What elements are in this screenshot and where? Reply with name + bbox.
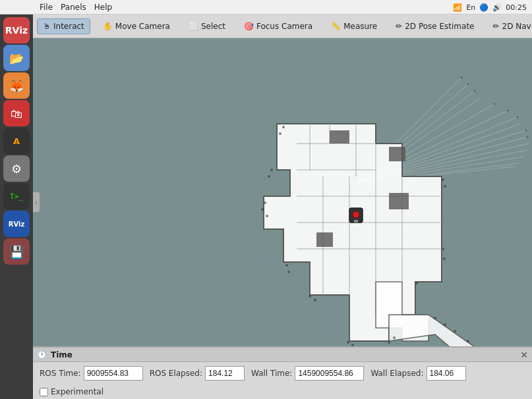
svg-rect-38 (389, 193, 409, 209)
menu-help[interactable]: Help (94, 3, 112, 12)
svg-point-65 (467, 340, 469, 342)
focus-camera-label: Focus Camera (256, 22, 312, 31)
sidebar-app-terminal[interactable]: T>_ (3, 183, 30, 209)
svg-point-58 (444, 185, 446, 188)
svg-point-21 (525, 130, 527, 132)
ros-elapsed-group: ROS Elapsed: (150, 366, 245, 381)
sidebar-app-store[interactable]: 🛍 (3, 100, 30, 126)
svg-point-56 (393, 336, 396, 339)
lang-indicator: En (466, 3, 475, 12)
wall-time-input[interactable] (295, 366, 364, 381)
svg-point-64 (454, 330, 456, 332)
experimental-group: Experimental (40, 387, 103, 396)
svg-marker-23 (264, 124, 442, 341)
svg-point-44 (270, 169, 273, 171)
volume-icon: 🔊 (492, 3, 502, 12)
svg-point-15 (461, 77, 463, 79)
svg-point-46 (264, 201, 266, 204)
interact-label: Interact (53, 22, 84, 31)
svg-point-59 (442, 248, 444, 250)
svg-point-60 (443, 257, 446, 260)
sidebar: RViz 📂 🦊 🛍 A ⚙ T>_ RViz 💾 (0, 14, 33, 399)
svg-rect-73 (354, 220, 358, 223)
toolbar: 🖱 Interact ✋ Move Camera ⬜ Select 🎯 Focu… (33, 14, 532, 38)
measure-label: Measure (343, 22, 377, 31)
svg-point-20 (517, 117, 519, 119)
menu-file[interactable]: File (40, 3, 53, 12)
svg-point-49 (285, 264, 288, 267)
ros-time-label: ROS Time: (40, 369, 81, 378)
svg-point-61 (415, 282, 418, 284)
nav-goal-label: 2D Nav Goal (502, 22, 532, 31)
svg-point-72 (353, 211, 359, 218)
sidebar-app-rviz-logo[interactable]: RViz (3, 17, 30, 43)
measure-icon: 📏 (331, 22, 341, 31)
nav-goal-icon: ✏ (493, 22, 500, 31)
sidebar-app-amazon[interactable]: A (3, 128, 30, 154)
svg-point-48 (266, 215, 268, 217)
ros-time-group: ROS Time: (40, 366, 143, 381)
select-label: Select (201, 22, 225, 31)
focus-camera-icon: 🎯 (244, 22, 254, 31)
focus-camera-button[interactable]: 🎯 Focus Camera (238, 18, 318, 34)
pose-estimate-button[interactable]: ✏ 2D Pose Estimate (390, 18, 480, 34)
wall-time-group: Wall Time: (251, 366, 364, 381)
svg-point-22 (527, 136, 529, 138)
clock: 00:25 (506, 3, 527, 12)
experimental-label: Experimental (51, 387, 103, 396)
svg-point-18 (494, 103, 496, 105)
svg-rect-36 (330, 130, 349, 144)
svg-point-19 (507, 110, 509, 112)
pose-estimate-label: 2D Pose Estimate (405, 22, 474, 31)
svg-point-50 (287, 271, 290, 273)
svg-point-42 (282, 126, 285, 128)
map-svg (33, 38, 532, 346)
sidebar-app-rviz[interactable]: RViz (3, 211, 30, 237)
interact-icon: 🖱 (43, 22, 51, 31)
pose-estimate-icon: ✏ (396, 22, 402, 31)
wall-time-label: Wall Time: (251, 369, 292, 378)
svg-point-62 (434, 317, 436, 319)
svg-point-53 (347, 341, 349, 344)
time-panel: 🕐 Time ✕ ROS Time: ROS Elapsed: Wall Tim… (33, 346, 532, 399)
ros-elapsed-input[interactable] (205, 366, 245, 381)
svg-point-47 (261, 208, 264, 211)
wall-elapsed-label: Wall Elapsed: (370, 369, 423, 378)
svg-point-55 (388, 341, 390, 344)
sidebar-app-settings[interactable]: ⚙ (3, 155, 30, 182)
select-button[interactable]: ⬜ Select (183, 18, 231, 34)
select-icon: ⬜ (189, 22, 198, 31)
svg-rect-39 (316, 232, 333, 247)
svg-point-45 (268, 175, 270, 178)
interact-button[interactable]: 🖱 Interact (37, 18, 90, 34)
svg-point-51 (309, 295, 311, 298)
svg-point-52 (314, 299, 316, 302)
svg-rect-37 (389, 147, 405, 161)
svg-point-57 (442, 178, 444, 181)
experimental-checkbox[interactable] (40, 388, 48, 396)
svg-point-63 (444, 323, 446, 326)
move-camera-button[interactable]: ✋ Move Camera (97, 18, 176, 34)
svg-point-16 (467, 84, 469, 86)
move-camera-icon: ✋ (103, 22, 113, 31)
panel-close-button[interactable]: ✕ (520, 350, 528, 360)
wifi-icon: 📶 (453, 3, 462, 12)
wall-elapsed-input[interactable] (427, 366, 466, 381)
menu-panels[interactable]: Panels (61, 3, 86, 12)
viewport[interactable]: › (33, 38, 532, 346)
nav-goal-button[interactable]: ✏ 2D Nav Goal (487, 18, 533, 34)
time-icon: 🕐 (37, 350, 47, 359)
bluetooth-icon: 🔵 (479, 3, 488, 12)
move-camera-label: Move Camera (115, 22, 170, 31)
measure-button[interactable]: 📏 Measure (325, 18, 383, 34)
sidebar-app-files[interactable]: 📂 (3, 45, 30, 71)
wall-elapsed-group: Wall Elapsed: (370, 366, 465, 381)
ros-elapsed-label: ROS Elapsed: (150, 369, 202, 378)
sidebar-app-usb[interactable]: 💾 (3, 238, 30, 265)
panel-title: Time (51, 350, 73, 359)
ros-time-input[interactable] (84, 366, 143, 381)
svg-point-43 (279, 132, 281, 135)
svg-point-17 (474, 90, 476, 92)
svg-marker-41 (389, 315, 494, 346)
sidebar-app-firefox[interactable]: 🦊 (3, 72, 30, 99)
